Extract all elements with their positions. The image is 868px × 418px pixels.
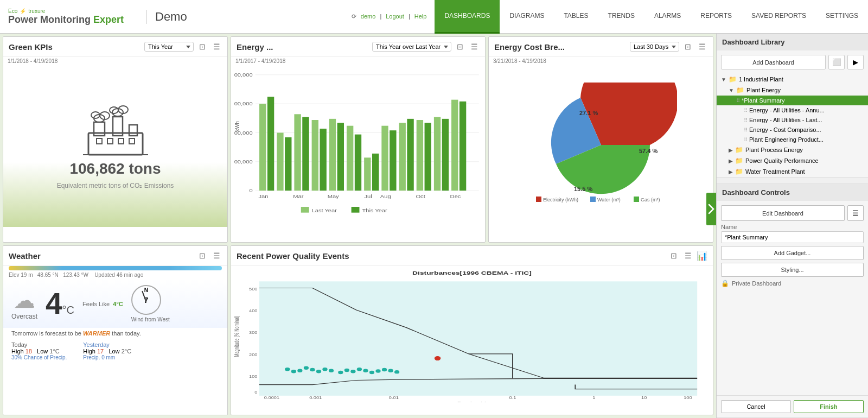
edit-dashboard-btn[interactable]: Edit Dashboard [721, 205, 845, 221]
svg-text:100,000: 100,000 [234, 159, 253, 164]
green-kpis-date: 1/1/2018 - 4/19/2018 [3, 57, 227, 65]
svg-text:500: 500 [249, 287, 258, 291]
energy-cost-selector[interactable]: Last 30 Days This Year [630, 42, 679, 52]
app-header: Eco⚡truxure Power Monitoring Expert Demo… [0, 0, 868, 34]
logo-area: Eco⚡truxure Power Monitoring Expert [0, 8, 141, 26]
dashboard-tree: ▼ 📁 1 Industrial Plant ▼ 📁 Plant Energy … [717, 74, 868, 177]
edit-dashboard-menu-btn[interactable]: ☰ [847, 205, 864, 221]
pq-expand-btn[interactable]: ⊡ [668, 250, 679, 261]
svg-text:Jan: Jan [259, 194, 269, 199]
tree-item-plant-energy[interactable]: ▼ 📁 Plant Energy [717, 85, 868, 96]
svg-point-87 [338, 371, 343, 374]
energy-cost-menu-btn[interactable]: ☰ [697, 41, 707, 52]
dashboard-name-input[interactable] [721, 231, 864, 243]
weather-menu-btn[interactable]: ☰ [211, 250, 222, 261]
play-dashboard-btn[interactable]: ▶ [847, 55, 864, 69]
svg-rect-36 [347, 126, 353, 191]
drag-energy-all-last-icon: ⠿ [744, 117, 748, 123]
svg-rect-32 [312, 120, 318, 191]
energy-expand-btn[interactable]: ⊡ [455, 41, 465, 52]
svg-text:Magnitude (% Nominal): Magnitude (% Nominal) [234, 316, 240, 357]
svg-text:Water (m³): Water (m³) [597, 197, 621, 202]
svg-point-93 [375, 369, 380, 372]
energy-selector[interactable]: This Year over Last Year This Year Last … [372, 42, 451, 52]
pq-export-btn[interactable]: 📊 [697, 250, 707, 261]
energy-cost-expand-btn[interactable]: ⊡ [682, 41, 693, 52]
svg-rect-11 [107, 138, 113, 144]
green-kpis-body: 106,862 tons Equivalent metric tons of C… [3, 65, 227, 227]
styling-btn[interactable]: Styling... [721, 263, 864, 277]
tree-item-plant-eng[interactable]: ⠿ Plant Engineering Product... [717, 135, 868, 144]
nav-area: ⟳ demo | Logout | Help DASHBOARDS DIAGRA… [343, 0, 868, 34]
green-kpis-selector[interactable]: This Year Last 30 Days [144, 42, 194, 52]
tree-item-energy-all-last[interactable]: ⠿ Energy - All Utilities - Last... [717, 115, 868, 125]
tree-item-water-treatment[interactable]: ▶ 📁 Water Treatment Plant [717, 166, 868, 177]
svg-rect-13 [129, 138, 135, 144]
tree-item-power-quality[interactable]: ▶ 📁 Power Quality Performance [717, 155, 868, 166]
dashboard-controls-section: Dashboard Controls Edit Dashboard ☰ Name… [717, 184, 868, 418]
svg-text:Disturbances[1996 CBEMA - ITIC: Disturbances[1996 CBEMA - ITIC] [412, 270, 532, 276]
svg-rect-28 [277, 132, 283, 191]
svg-point-97 [435, 356, 441, 360]
widget-weather: Weather ⊡ ☰ Elev 19 m 48.65 °N 123.43 °W… [3, 245, 228, 415]
tree-item-energy-all-ann[interactable]: ⠿ Energy - All Utilities - Annu... [717, 105, 868, 115]
user-link[interactable]: demo [361, 13, 376, 20]
weather-expand-btn[interactable]: ⊡ [197, 250, 208, 261]
svg-rect-40 [381, 126, 388, 191]
nav-diagrams[interactable]: DIAGRAMS [500, 0, 554, 34]
pq-menu-btn[interactable]: ☰ [682, 250, 693, 261]
svg-text:400,000: 400,000 [234, 72, 253, 78]
logout-link[interactable]: Logout [386, 13, 404, 20]
tree-item-plant-summary[interactable]: ⠿ *Plant Summary [717, 96, 868, 105]
weather-wind: N 7 Wind from West [131, 285, 170, 322]
tree-label-plant-eng: Plant Engineering Product... [749, 136, 824, 143]
nav-dashboards[interactable]: DASHBOARDS [435, 0, 500, 34]
svg-text:Electricity (kWh): Electricity (kWh) [543, 197, 578, 202]
factory-icon [83, 103, 148, 157]
add-gadget-btn[interactable]: Add Gadget... [721, 246, 864, 260]
dashboard-controls-footer: Cancel Finish [717, 395, 868, 417]
energy-title: Energy ... [237, 42, 369, 52]
weather-location: Elev 19 m 48.65 °N 123.43 °W Updated 46 … [3, 270, 227, 280]
widget-energy: Energy ... This Year over Last Year This… [231, 36, 486, 243]
scroll-indicator[interactable] [706, 193, 716, 225]
nav-alarms[interactable]: ALARMS [644, 0, 691, 34]
svg-text:Mar: Mar [293, 194, 304, 199]
nav-tables[interactable]: TABLES [554, 0, 598, 34]
svg-point-94 [382, 368, 387, 371]
chevron-right-icon [708, 204, 714, 214]
tree-item-energy-cost-comp[interactable]: ⠿ Energy - Cost Compariso... [717, 125, 868, 135]
svg-text:0.1: 0.1 [509, 396, 516, 400]
nav-trends[interactable]: TRENDS [598, 0, 644, 34]
svg-point-88 [344, 369, 349, 372]
help-link[interactable]: Help [414, 13, 427, 20]
svg-point-90 [357, 368, 362, 371]
nav-saved-reports[interactable]: SAVED REPORTS [742, 0, 816, 34]
controls-title: Dashboard Controls [717, 184, 868, 201]
toggle-power-quality: ▶ [729, 158, 733, 164]
widget-green-kpis-header: Green KPIs This Year Last 30 Days ⊡ ☰ [3, 37, 227, 57]
green-kpis-expand-btn[interactable]: ⊡ [197, 41, 208, 52]
library-title: Dashboard Library [717, 34, 868, 50]
svg-text:15.5 %: 15.5 % [574, 186, 592, 192]
add-dashboard-btn[interactable]: Add Dashboard [721, 55, 826, 69]
svg-rect-57 [301, 207, 309, 213]
export-dashboard-btn[interactable]: ⬜ [828, 55, 845, 69]
svg-point-84 [316, 370, 321, 373]
green-kpis-menu-btn[interactable]: ☰ [211, 41, 222, 52]
finish-btn[interactable]: Finish [794, 400, 864, 413]
widget-power-quality: Recent Power Quality Events ⊡ ☰ 📊 Distur… [231, 245, 713, 415]
energy-menu-btn[interactable]: ☰ [469, 41, 480, 52]
weather-title: Weather [9, 251, 194, 261]
widget-energy-cost-header: Energy Cost Bre... Last 30 Days This Yea… [489, 37, 713, 57]
cancel-btn[interactable]: Cancel [721, 400, 791, 413]
nav-reports[interactable]: REPORTS [691, 0, 742, 34]
toggle-water-treatment: ▶ [729, 169, 733, 175]
tree-item-plant-process[interactable]: ▶ 📁 Plant Process Energy [717, 144, 868, 155]
tree-item-industrial-plant[interactable]: ▼ 📁 1 Industrial Plant [717, 74, 868, 85]
energy-date: 1/1/2017 - 4/19/2018 [231, 57, 485, 65]
svg-point-89 [350, 370, 355, 373]
dashboard-library-section: Dashboard Library Add Dashboard ⬜ ▶ ▼ 📁 … [717, 34, 868, 184]
nav-settings[interactable]: SETTINGS [816, 0, 868, 34]
dashboard-controls-body: Edit Dashboard ☰ Name Add Gadget... Styl… [717, 201, 868, 395]
